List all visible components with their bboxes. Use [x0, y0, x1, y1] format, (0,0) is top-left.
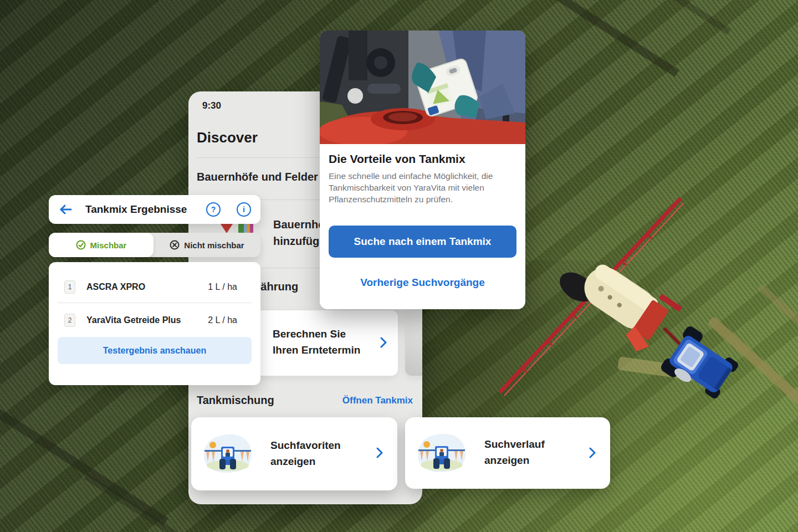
previous-searches-link[interactable]: Vorherige Suchvorgänge: [320, 277, 525, 289]
help-icon[interactable]: ?: [206, 202, 221, 217]
result-row: 1 ASCRA XPRO 1 L / ha: [49, 271, 260, 303]
results-title: Tankmix Ergebnisse: [85, 203, 187, 216]
chevron-right-icon: [380, 337, 387, 348]
status-bar-time: 9:30: [202, 100, 221, 111]
favorites-card[interactable]: Suchfavoriten anzeigen: [191, 417, 397, 490]
product-name: YaraVita Getreide Plus: [86, 315, 181, 325]
view-test-result-button[interactable]: Testergebnis anschauen: [58, 337, 252, 364]
check-circle-icon: [76, 240, 86, 250]
map-pin-icon: [221, 224, 233, 233]
row-index-badge: 2: [64, 314, 75, 327]
harvest-line1: Berechnen Sie: [273, 326, 360, 342]
section-header-tankmix: Tankmischung: [197, 394, 274, 407]
info-glyph: i: [243, 205, 245, 214]
application-rate: 1 L / ha: [208, 282, 237, 292]
tab-nicht-mischbar[interactable]: Nicht mischbar: [154, 233, 260, 257]
harvest-date-card[interactable]: Berechnen Sie Ihren Erntetermin: [252, 310, 398, 376]
history-card[interactable]: Suchverlauf anzeigen: [405, 417, 610, 489]
results-tab-bar: Mischbar Nicht mischbar: [49, 233, 260, 257]
help-glyph: ?: [211, 205, 216, 214]
results-list-card: 1 ASCRA XPRO 1 L / ha 2 YaraVita Getreid…: [49, 262, 260, 385]
section-header-farms: Bauernhöfe und Felder: [197, 171, 318, 183]
marketing-composition: 9:30 Discover Bauernhöfe und Felder Baue…: [0, 0, 798, 532]
product-name: ASCRA XPRO: [86, 282, 145, 292]
tank-filling-photo: [320, 30, 525, 144]
history-line2: anzeigen: [484, 452, 545, 468]
favorites-line1: Suchfavoriten: [270, 437, 341, 453]
page-title: Discover: [197, 129, 258, 146]
results-header: Tankmix Ergebnisse ? i: [49, 195, 260, 224]
tab-nicht-mischbar-label: Nicht mischbar: [184, 241, 244, 250]
harvest-card-label: Berechnen Sie Ihren Erntetermin: [273, 326, 360, 358]
harvest-line2: Ihren Erntetermin: [273, 342, 360, 358]
tankmix-promo-card: Die Vorteile von Tankmix Eine schnelle u…: [320, 30, 525, 309]
history-line1: Suchverlauf: [484, 436, 545, 452]
sprayer-tractor-icon: [413, 431, 470, 474]
info-icon[interactable]: i: [237, 202, 251, 217]
open-tankmix-link[interactable]: Öffnen Tankmix: [342, 395, 413, 406]
favorites-card-label: Suchfavoriten anzeigen: [270, 437, 341, 469]
nutrition-secondary-card[interactable]: [405, 310, 422, 376]
chevron-right-icon: [376, 447, 383, 458]
divider: [58, 303, 252, 303]
result-row: 2 YaraVita Getreide Plus 2 L / ha: [49, 304, 260, 336]
tractor-sprayer-illustration: [488, 183, 748, 405]
tab-mischbar-label: Mischbar: [90, 241, 127, 250]
tab-mischbar[interactable]: Mischbar: [49, 233, 154, 257]
back-arrow-icon[interactable]: [58, 203, 73, 216]
sprayer-tractor-icon: [199, 432, 257, 475]
promo-title: Die Vorteile von Tankmix: [329, 152, 466, 166]
x-circle-icon: [170, 240, 180, 250]
history-card-label: Suchverlauf anzeigen: [484, 436, 545, 468]
farm-photo-thumbnail: [238, 223, 253, 233]
search-tankmix-button[interactable]: Suche nach einem Tankmix: [329, 226, 516, 258]
favorites-line2: anzeigen: [270, 453, 341, 469]
row-index-badge: 1: [64, 280, 75, 294]
chevron-right-icon: [589, 447, 596, 458]
promo-body: Eine schnelle und einfache Möglichkeit, …: [329, 170, 516, 205]
application-rate: 2 L / ha: [208, 315, 237, 325]
